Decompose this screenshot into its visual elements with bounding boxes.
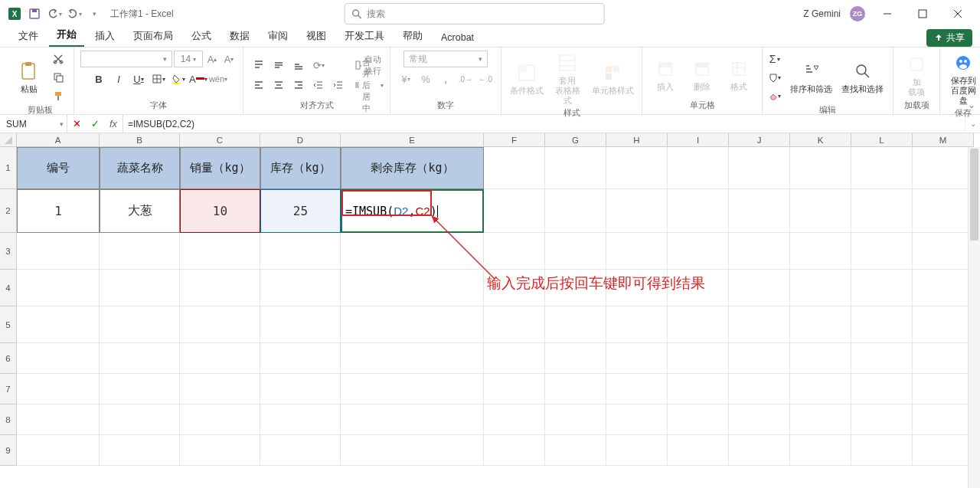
cell-G5[interactable] <box>545 306 606 343</box>
underline-button[interactable]: U▾ <box>129 70 148 87</box>
cell-F7[interactable] <box>484 374 545 404</box>
accounting-format-icon[interactable]: ¥▾ <box>397 70 415 87</box>
cell-G8[interactable] <box>545 404 606 435</box>
cell-K2[interactable] <box>790 189 851 233</box>
cell-D3[interactable] <box>260 233 341 270</box>
row-header-4[interactable]: 4 <box>0 270 17 306</box>
row-header-6[interactable]: 6 <box>0 343 17 374</box>
cell-J3[interactable] <box>729 233 790 270</box>
percent-format-icon[interactable]: % <box>416 70 435 87</box>
cell-A2[interactable]: 1 <box>17 189 100 233</box>
format-as-table-button[interactable]: 套用 表格格式 <box>549 51 587 107</box>
merge-center-button[interactable]: 合并后居中▾ <box>355 77 384 93</box>
clear-button[interactable]: ▾ <box>769 87 781 104</box>
tab-formulas[interactable]: 公式 <box>184 27 219 47</box>
user-name[interactable]: Z Gemini <box>803 8 841 19</box>
cell-A6[interactable] <box>17 343 100 374</box>
header-cell-D1[interactable]: 库存（kg） <box>260 147 341 189</box>
cell-F9[interactable] <box>484 435 545 466</box>
cell-D5[interactable] <box>260 306 341 343</box>
select-all-corner[interactable] <box>0 133 17 147</box>
cell-J2[interactable] <box>729 189 790 233</box>
orientation-button[interactable]: ⟳▾ <box>309 57 328 74</box>
cut-button[interactable] <box>49 51 67 67</box>
cell-styles-button[interactable]: 单元格样式 <box>590 61 635 97</box>
cell-A9[interactable] <box>17 435 100 466</box>
tab-help[interactable]: 帮助 <box>395 27 430 47</box>
fill-color-button[interactable]: ▾ <box>169 70 188 87</box>
phonetic-button[interactable]: wén▾ <box>209 70 227 87</box>
tab-home[interactable]: 开始 <box>49 25 84 47</box>
cell-G9[interactable] <box>545 435 606 466</box>
cell-C9[interactable] <box>180 435 260 466</box>
qat-customize[interactable]: ▾ <box>86 5 103 22</box>
bold-button[interactable]: B <box>90 70 108 87</box>
decrease-indent-icon[interactable] <box>309 77 328 93</box>
autosum-button[interactable]: Σ▾ <box>769 51 781 67</box>
comma-format-icon[interactable]: , <box>436 70 455 87</box>
cell-C4[interactable] <box>180 270 260 306</box>
user-avatar[interactable]: ZG <box>850 6 865 21</box>
tab-data[interactable]: 数据 <box>222 27 257 47</box>
cell-L6[interactable] <box>851 343 913 374</box>
name-box[interactable]: SUM▾ <box>0 115 67 133</box>
cell-M9[interactable] <box>913 435 974 466</box>
paste-button[interactable]: 粘贴 <box>12 59 46 96</box>
cell-C8[interactable] <box>180 404 260 435</box>
delete-cells-button[interactable]: 删除 <box>685 57 719 93</box>
cell-L2[interactable] <box>851 189 913 233</box>
cell-B4[interactable] <box>100 270 180 306</box>
align-right-icon[interactable] <box>289 77 308 93</box>
row-header-3[interactable]: 3 <box>0 233 17 270</box>
cell-J7[interactable] <box>729 374 790 404</box>
cell-F2[interactable] <box>484 189 545 233</box>
cell-E3[interactable] <box>341 233 484 270</box>
cell-B2[interactable]: 大葱 <box>100 189 180 233</box>
tab-file[interactable]: 文件 <box>11 27 46 47</box>
search-box[interactable]: 搜索 <box>345 3 605 25</box>
cell-B5[interactable] <box>100 306 180 343</box>
find-select-button[interactable]: 查找和选择 <box>838 59 887 96</box>
number-format-select[interactable]: 常规▾ <box>403 51 488 67</box>
tab-view[interactable]: 视图 <box>299 27 334 47</box>
cell-M7[interactable] <box>913 374 974 404</box>
cell-K1[interactable] <box>790 147 851 189</box>
cell-D8[interactable] <box>260 404 341 435</box>
cell-G3[interactable] <box>545 233 606 270</box>
cell-L5[interactable] <box>851 306 913 343</box>
increase-indent-icon[interactable] <box>329 77 348 93</box>
cell-I3[interactable] <box>668 233 729 270</box>
cell-D7[interactable] <box>260 374 341 404</box>
row-header-2[interactable]: 2 <box>0 189 17 233</box>
cell-L4[interactable] <box>851 270 913 306</box>
cell-E4[interactable] <box>341 270 484 306</box>
cell-B8[interactable] <box>100 404 180 435</box>
minimize-button[interactable] <box>874 3 900 25</box>
align-middle-icon[interactable] <box>270 57 288 74</box>
cell-I5[interactable] <box>668 306 729 343</box>
cell-K4[interactable] <box>790 270 851 306</box>
cell-M2[interactable] <box>913 189 974 233</box>
cell-G1[interactable] <box>545 147 606 189</box>
align-center-icon[interactable] <box>270 77 288 93</box>
column-header-B[interactable]: B <box>100 133 180 147</box>
cell-D4[interactable] <box>260 270 341 306</box>
tab-insert[interactable]: 插入 <box>87 27 122 47</box>
cell-L9[interactable] <box>851 435 913 466</box>
cell-H7[interactable] <box>606 374 668 404</box>
increase-font-icon[interactable]: A▴ <box>204 52 220 66</box>
cell-J8[interactable] <box>729 404 790 435</box>
tab-review[interactable]: 审阅 <box>260 27 296 47</box>
fill-button[interactable]: ▾ <box>769 69 781 86</box>
cell-I1[interactable] <box>668 147 729 189</box>
cell-L7[interactable] <box>851 374 913 404</box>
insert-cells-button[interactable]: 插入 <box>648 57 682 93</box>
align-left-icon[interactable] <box>250 77 268 93</box>
cell-K8[interactable] <box>790 404 851 435</box>
cell-H5[interactable] <box>606 306 668 343</box>
cell-H6[interactable] <box>606 343 668 374</box>
cell-L1[interactable] <box>851 147 913 189</box>
undo-button[interactable]: ▾ <box>46 5 63 22</box>
cell-L8[interactable] <box>851 404 913 435</box>
format-cells-button[interactable]: 格式 <box>722 57 756 93</box>
